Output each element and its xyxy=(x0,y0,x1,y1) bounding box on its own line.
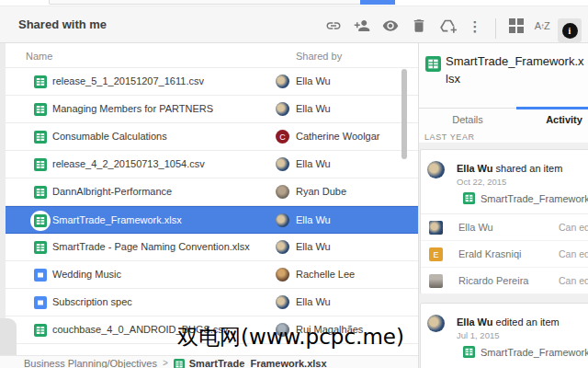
file-type-icon xyxy=(34,186,47,199)
watermark-text: 双电网(www.pcpc.me) xyxy=(177,323,404,351)
file-type-icon xyxy=(34,324,47,337)
table-row[interactable]: Consumable Calculations C Catherine Wool… xyxy=(6,123,418,151)
more-vert-icon[interactable]: ⋮ xyxy=(464,15,486,37)
sheets-icon xyxy=(463,346,475,358)
file-icon-wrap xyxy=(30,293,51,313)
avatar xyxy=(276,75,289,88)
column-header-shared-by[interactable]: Shared by xyxy=(296,51,342,62)
avatar: E xyxy=(429,247,443,261)
file-list: Name Shared by release_5_1_20151207_1611… xyxy=(6,43,418,355)
avatar xyxy=(276,102,289,116)
avatar xyxy=(429,221,443,235)
shared-by-name: Ella Wu xyxy=(296,234,331,260)
toolbar-divider xyxy=(495,18,496,39)
sheets-icon xyxy=(425,56,441,72)
file-icon-wrap xyxy=(30,182,51,202)
file-name: SmartTrade_Framework.xlsx xyxy=(52,207,182,234)
sheets-icon xyxy=(463,192,475,204)
shared-by-name: Ella Wu xyxy=(296,289,331,316)
add-to-drive-icon[interactable] xyxy=(436,15,458,37)
avatar: C xyxy=(276,130,289,144)
tab-details[interactable]: Details xyxy=(438,114,497,125)
share-person-add-icon[interactable] xyxy=(351,15,373,37)
file-type-icon xyxy=(34,131,47,144)
toolbar: Shared with me ⋮ A↑Z i xyxy=(0,6,588,43)
list-scrollbar[interactable] xyxy=(401,69,407,159)
access-permission: Can edit xyxy=(559,268,588,293)
actor-name: Ella Wu xyxy=(457,163,493,174)
file-name: release_5_1_20151207_1611.csv xyxy=(52,68,204,95)
details-panel: SmartTrade_Framework.xlsx Details Activi… xyxy=(418,43,588,368)
avatar xyxy=(427,315,445,332)
breadcrumb-current: SmartTrade_Framework.xlsx xyxy=(189,358,327,368)
table-row[interactable]: SmartTrade - Page Naming Convention.xlsx… xyxy=(6,234,418,261)
shared-by-name: Ella Wu xyxy=(296,207,331,234)
table-row[interactable]: Subscription spec Ella Wu xyxy=(6,289,418,316)
preview-eye-icon[interactable] xyxy=(379,15,401,37)
file-type-icon xyxy=(34,296,47,309)
list-header: Name Shared by xyxy=(6,43,418,68)
file-icon-wrap xyxy=(30,155,51,175)
search-button-remnant[interactable] xyxy=(360,0,395,5)
table-row[interactable]: Managing Members for PARTNERS Ella Wu xyxy=(6,96,418,123)
breadcrumb: Business Planning/Objectives > SmartTrad… xyxy=(0,355,418,368)
access-person-name: Erald Krasniqi xyxy=(458,241,521,267)
trash-icon[interactable] xyxy=(408,15,430,37)
activity-section-label: LAST YEAR xyxy=(424,132,475,142)
sort-az-icon[interactable]: A↑Z xyxy=(531,15,553,37)
avatar xyxy=(276,157,289,171)
activity-feed: Ella Wu shared an item Oct 22, 2015 Smar… xyxy=(419,143,588,368)
file-icon-wrap xyxy=(30,320,51,340)
file-name: Consumable Calculations xyxy=(52,123,167,150)
file-type-icon xyxy=(34,214,47,227)
search-bar-remnant[interactable] xyxy=(49,0,395,5)
access-person-name: Ricardo Pereira xyxy=(458,268,528,293)
active-tab-indicator xyxy=(516,107,588,109)
access-permission: Can edit xyxy=(559,241,588,267)
action-text: shared an item xyxy=(493,163,563,174)
file-name: Subscription spec xyxy=(52,289,132,316)
avatar xyxy=(276,240,289,254)
avatar xyxy=(276,268,289,282)
access-list: Ella Wu Can edit E Erald Krasniqi Can ed… xyxy=(421,213,588,294)
activity-date: Oct 22, 2015 xyxy=(457,177,506,187)
file-icon-wrap xyxy=(30,72,51,92)
file-chip-label: SmartTrade_Framework.xlsx xyxy=(481,193,588,204)
file-chip[interactable]: SmartTrade_Framework.xlsx xyxy=(463,346,588,358)
tab-activity[interactable]: Activity xyxy=(535,114,588,125)
table-row[interactable]: Wedding Music Rachelle Lee xyxy=(6,261,418,289)
file-type-icon xyxy=(34,241,47,254)
file-icon-wrap xyxy=(30,99,51,120)
table-row[interactable]: release_5_1_20151207_1611.csv Ella Wu xyxy=(6,68,418,96)
avatar xyxy=(276,213,289,227)
breadcrumb-parent[interactable]: Business Planning/Objectives xyxy=(24,358,157,368)
shared-by-name: Ella Wu xyxy=(296,96,331,122)
file-icon-wrap xyxy=(30,211,51,231)
file-icon-wrap xyxy=(30,127,51,147)
table-row[interactable]: DannAlbright-Performance Ryan Dube xyxy=(6,178,418,206)
column-header-name[interactable]: Name xyxy=(26,51,52,62)
shared-by-name: Ryan Dube xyxy=(296,178,346,205)
file-name: Managing Members for PARTNERS xyxy=(52,96,213,122)
file-type-icon xyxy=(34,75,47,88)
activity-card: Ella Wu shared an item Oct 22, 2015 Smar… xyxy=(420,149,588,294)
panel-file-title: SmartTrade_Framework.xlsx xyxy=(446,52,586,87)
get-link-icon[interactable] xyxy=(322,15,345,37)
shared-by-name: Ella Wu xyxy=(296,68,331,95)
file-chip[interactable]: SmartTrade_Framework.xlsx xyxy=(463,192,588,204)
avatar xyxy=(429,274,443,288)
corner-scroll-block xyxy=(0,318,17,356)
page-title: Shared with me xyxy=(18,6,107,43)
sheets-icon xyxy=(174,359,185,368)
table-row[interactable]: SmartTrade_Framework.xlsx Ella Wu xyxy=(6,206,418,234)
access-permission: Can edit xyxy=(559,214,588,240)
grid-view-icon[interactable] xyxy=(505,15,527,37)
file-type-icon xyxy=(34,103,47,116)
file-type-icon xyxy=(34,158,47,171)
shared-by-name: Rachelle Lee xyxy=(296,261,355,288)
table-row[interactable]: release_4_2_20150713_1054.csv Ella Wu xyxy=(6,151,418,178)
file-chip-label: SmartTrade_Framework.xlsx xyxy=(481,347,588,358)
activity-date: Jul 1, 2015 xyxy=(457,330,499,340)
info-icon[interactable]: i xyxy=(558,18,582,42)
avatar xyxy=(276,295,289,309)
